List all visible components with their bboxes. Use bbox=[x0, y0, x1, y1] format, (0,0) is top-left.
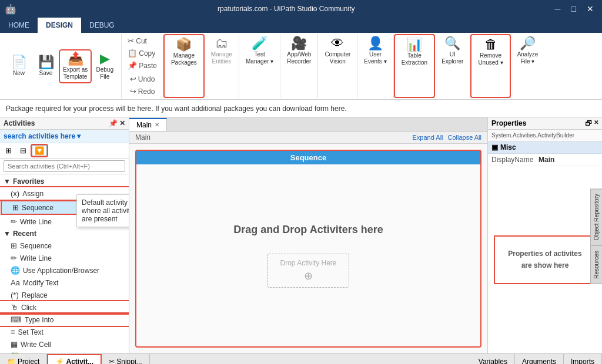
bottom-tab-activities[interactable]: ⚡ Activit... bbox=[47, 354, 102, 364]
ribbon-btn-remove-unused[interactable]: 🗑 RemoveUnused ▾ bbox=[475, 36, 506, 68]
table-extraction-icon: 📊 bbox=[406, 38, 422, 51]
close-button[interactable]: ✕ bbox=[583, 4, 597, 14]
search-activities-label: search activities here ▾ bbox=[0, 130, 129, 143]
ribbon-btn-manage-packages[interactable]: 📦 ManagePackages bbox=[168, 36, 200, 68]
ribbon-group-test-manager: 🧪 TestManager ▾ bbox=[239, 34, 280, 98]
ribbon-btn-paste[interactable]: 📌 Paste bbox=[125, 60, 159, 71]
ribbon-btn-test-manager[interactable]: 🧪 TestManager ▾ bbox=[243, 35, 276, 67]
menu-debug[interactable]: DEBUG bbox=[81, 18, 123, 33]
writecell-icon: ▦ bbox=[11, 340, 18, 349]
collapse-all-btn[interactable]: ⊟ bbox=[17, 144, 29, 157]
collapse-all-btn[interactable]: Collapse All bbox=[448, 134, 481, 141]
ribbon-btn-new[interactable]: 📄 New bbox=[6, 54, 32, 79]
panel-close-icon[interactable]: ✕ bbox=[119, 119, 125, 127]
drop-here-box[interactable]: Drop Activity Here ⊕ bbox=[267, 254, 349, 288]
activity-useapp[interactable]: 🌐 Use Application/Browser bbox=[0, 264, 129, 277]
properties-panel-header: Properties 🗗 ✕ bbox=[488, 117, 602, 130]
datatable-icon: 📗 bbox=[11, 352, 20, 353]
ribbon-btn-table-extraction[interactable]: 📊 TableExtraction bbox=[399, 36, 430, 68]
ribbon-btn-computer-vision[interactable]: 👁 ComputerVision bbox=[322, 35, 353, 67]
ribbon-btn-undo[interactable]: ↩ Undo bbox=[128, 73, 158, 85]
activity-writeline-recent[interactable]: ✏ Write Line bbox=[0, 252, 129, 264]
ribbon: 📄 New 💾 Save 📤 Export asTemplate ▶ Debug… bbox=[0, 33, 602, 100]
notification-bar: Package required for your process will b… bbox=[0, 100, 602, 117]
ribbon-btn-copy[interactable]: 📋 Copy bbox=[125, 48, 159, 59]
undoredo-group: ↩ Undo ↪ Redo bbox=[128, 73, 158, 97]
sequence-header: Sequence bbox=[136, 151, 480, 164]
bottom-tab-arguments[interactable]: Arguments bbox=[515, 354, 564, 364]
ribbon-btn-redo[interactable]: ↪ Redo bbox=[128, 86, 158, 97]
assign-icon: (x) bbox=[11, 189, 19, 198]
entities-icon: 🗂 bbox=[215, 37, 228, 50]
ribbon-btn-debug[interactable]: ▶ DebugFile bbox=[92, 50, 118, 82]
object-repository-tab[interactable]: Object Repository bbox=[590, 188, 602, 245]
canvas-header: Main Expand All Collapse All bbox=[129, 132, 487, 144]
title-bar-controls[interactable]: ─ □ ✕ bbox=[551, 4, 597, 14]
ribbon-btn-cut[interactable]: ✂ Cut bbox=[125, 35, 159, 46]
menu-design[interactable]: DESIGN bbox=[38, 18, 81, 33]
activity-replace[interactable]: (*) Replace bbox=[0, 289, 129, 301]
activity-writedatatable[interactable]: 📗 Write DataTable to Excel bbox=[0, 350, 129, 353]
activity-sequence-recent[interactable]: ⊞ Sequence bbox=[0, 240, 129, 252]
ribbon-btn-save[interactable]: 💾 Save bbox=[33, 54, 59, 79]
activity-settext[interactable]: ≡ Set Text bbox=[0, 326, 129, 338]
ribbon-group-manage-entities: 🗂 ManageEntities bbox=[205, 34, 239, 98]
bottom-tab-project[interactable]: 📁 Project bbox=[0, 354, 47, 364]
expand-all-btn[interactable]: Expand All bbox=[413, 134, 443, 141]
ribbon-group-clipboard: ✂ Cut 📋 Copy 📌 Paste ↩ Undo ↪ Redo bbox=[122, 34, 163, 98]
resources-tab[interactable]: Resources bbox=[590, 245, 602, 284]
tab-main[interactable]: Main ✕ bbox=[129, 118, 167, 131]
packages-icon: 📦 bbox=[176, 38, 192, 51]
typeinto-icon: ⌨ bbox=[11, 315, 22, 324]
notification-text: Package required for your process will b… bbox=[6, 105, 347, 113]
search-input[interactable] bbox=[4, 160, 125, 172]
main-layout: Activities 📌 ✕ search activities here ▾ … bbox=[0, 117, 602, 353]
ribbon-btn-ui-explorer[interactable]: 🔍 UIExplorer bbox=[439, 35, 466, 67]
canvas-actions: Expand All Collapse All bbox=[413, 134, 481, 141]
ribbon-group-remove-unused: 🗑 RemoveUnused ▾ bbox=[470, 34, 510, 98]
ribbon-btn-analyze-file[interactable]: 🔎 AnalyzeFile ▾ bbox=[514, 35, 541, 67]
properties-type: System.Activities.ActivityBuilder bbox=[488, 130, 602, 141]
activity-typeinto[interactable]: ⌨ Type Into bbox=[0, 314, 129, 326]
filter-btn[interactable]: 🔽 bbox=[32, 145, 47, 156]
maximize-button[interactable]: □ bbox=[568, 4, 580, 14]
activity-writecell[interactable]: ▦ Write Cell bbox=[0, 338, 129, 350]
clipboard-small-group: ✂ Cut 📋 Copy 📌 Paste bbox=[125, 35, 159, 71]
test-manager-icon: 🧪 bbox=[252, 37, 267, 50]
activity-click[interactable]: 🖱 Click bbox=[0, 301, 129, 314]
drag-drop-text: Drag and Drop Activiters here bbox=[233, 224, 383, 236]
undo-icon: ↩ bbox=[130, 75, 136, 83]
cut-icon: ✂ bbox=[128, 36, 134, 45]
title-bar-icon: 🤖 bbox=[5, 4, 16, 15]
properties-key-displayname: DisplayName bbox=[491, 156, 539, 164]
ribbon-btn-appweb[interactable]: 🎥 App/WebRecorder bbox=[284, 35, 314, 67]
properties-close-icon[interactable]: ✕ bbox=[594, 119, 598, 127]
click-icon: 🖱 bbox=[11, 303, 18, 312]
bottom-tab-imports[interactable]: Imports bbox=[564, 354, 602, 364]
search-box bbox=[0, 159, 129, 174]
writeline-icon: ✏ bbox=[11, 217, 17, 226]
ribbon-btn-user-events[interactable]: 👤 UserEvents ▾ bbox=[361, 35, 389, 67]
ribbon-btn-export-template[interactable]: 📤 Export asTemplate bbox=[60, 50, 91, 82]
expand-all-btn[interactable]: ⊞ bbox=[2, 144, 15, 157]
bottom-tab-snippets[interactable]: ✂ Snippi... bbox=[102, 354, 149, 364]
category-recent[interactable]: ▼ Recent bbox=[0, 228, 129, 240]
ribbon-btn-manage-entities[interactable]: 🗂 ManageEntities bbox=[208, 35, 235, 67]
remove-unused-icon: 🗑 bbox=[484, 38, 497, 51]
activity-modifytext[interactable]: Aa Modify Text bbox=[0, 277, 129, 289]
settext-icon: ≡ bbox=[11, 328, 15, 336]
tab-bar: Main ✕ bbox=[129, 117, 487, 132]
redo-icon: ↪ bbox=[130, 87, 136, 96]
bottom-tab-variables[interactable]: Variables bbox=[471, 354, 515, 364]
canvas-area: Sequence Drag and Drop Activiters here D… bbox=[129, 144, 487, 353]
minimize-button[interactable]: ─ bbox=[551, 4, 564, 14]
tab-close-icon[interactable]: ✕ bbox=[155, 122, 159, 128]
properties-row-displayname: DisplayName Main bbox=[488, 154, 602, 166]
pin-icon[interactable]: 📌 bbox=[109, 119, 118, 127]
category-favorites[interactable]: ▼ Favorites bbox=[0, 176, 129, 187]
properties-dock-icon[interactable]: 🗗 bbox=[585, 119, 592, 127]
menu-home[interactable]: HOME bbox=[0, 18, 38, 33]
properties-panel: Properties 🗗 ✕ System.Activities.Activit… bbox=[487, 117, 602, 353]
ribbon-group-table-extraction: 📊 TableExtraction bbox=[394, 34, 435, 98]
chevron-down-recent-icon: ▼ bbox=[4, 230, 11, 238]
